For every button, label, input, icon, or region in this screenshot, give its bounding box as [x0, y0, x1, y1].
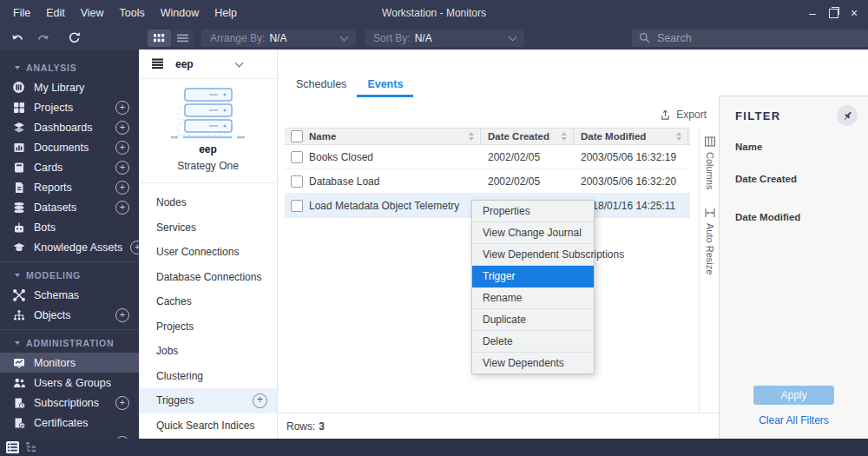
monitor-item-projects[interactable]: Projects: [139, 314, 277, 340]
sidebar-item-documents[interactable]: Documents +: [0, 137, 139, 157]
sidebar-item-reports[interactable]: Reports +: [0, 177, 139, 197]
monitor-item-user-connections[interactable]: User Connections: [139, 240, 277, 265]
list-view-button[interactable]: [171, 30, 194, 47]
sidebar-item-subscriptions[interactable]: Subscriptions +: [0, 393, 139, 413]
add-documents-button[interactable]: +: [115, 141, 129, 155]
monitor-item-database-connections[interactable]: Database Connections: [139, 265, 277, 290]
sidebar-item-knowledge-assets[interactable]: Knowledge Assets +: [0, 237, 139, 257]
sidebar-item-users-groups[interactable]: Users & Groups: [0, 373, 139, 393]
monitor-item-caches[interactable]: Caches: [139, 289, 277, 314]
add-projects-button[interactable]: +: [115, 101, 129, 115]
section-modeling[interactable]: MODELING: [0, 266, 139, 285]
table-row[interactable]: Books Closed 2002/02/05 2003/05/06 16:32…: [285, 145, 690, 169]
sidebar-item-certificates[interactable]: Certificates: [0, 413, 139, 433]
add-dashboards-button[interactable]: +: [115, 121, 129, 135]
monitor-item-services[interactable]: Services: [139, 215, 277, 241]
detail-list-view-icon[interactable]: [6, 441, 19, 453]
tab-events[interactable]: Events: [357, 74, 413, 97]
projects-icon: [11, 101, 26, 114]
restore-button[interactable]: [823, 0, 844, 26]
sort-by-dropdown[interactable]: Sort By: N/A: [365, 30, 524, 47]
context-menu-item-properties[interactable]: Properties: [472, 201, 594, 222]
column-header-date-created[interactable]: Date Created: [481, 129, 574, 144]
add-trigger-button[interactable]: +: [253, 393, 267, 408]
select-all-checkbox[interactable]: [291, 130, 303, 142]
sidebar-item-projects[interactable]: Projects +: [0, 97, 139, 117]
minimize-button[interactable]: –: [802, 0, 823, 26]
context-menu-item-view-dependent-subscriptions[interactable]: View Dependent Subscriptions: [472, 244, 594, 266]
tab-schedules[interactable]: Schedules: [286, 74, 357, 97]
clear-all-filters-link[interactable]: Clear All Filters: [720, 414, 868, 426]
auto-resize-control[interactable]: Auto Resize: [704, 207, 716, 274]
context-menu-item-trigger[interactable]: Trigger: [472, 266, 594, 287]
context-menu-item-view-dependents[interactable]: View Dependents: [472, 353, 594, 373]
monitor-item-nodes[interactable]: Nodes: [139, 190, 277, 215]
context-menu-item-view-change-journal[interactable]: View Change Journal: [472, 222, 594, 244]
sort-arrows-icon[interactable]: [562, 132, 567, 141]
context-menu-item-delete[interactable]: Delete: [472, 331, 594, 353]
environment-chevron-icon[interactable]: [235, 58, 244, 67]
sidebar-item-label: Cards: [34, 162, 108, 174]
column-header-date-modified[interactable]: Date Modified: [574, 129, 688, 144]
sort-arrows-icon[interactable]: [469, 132, 474, 141]
add-knowledge-assets-button[interactable]: +: [130, 241, 139, 254]
sidebar-item-objects[interactable]: Objects +: [0, 305, 139, 325]
add-datasets-button[interactable]: +: [115, 201, 129, 215]
grid-view-button[interactable]: [148, 30, 171, 47]
menu-help[interactable]: Help: [207, 0, 245, 26]
search-input[interactable]: [655, 31, 862, 45]
auto-resize-label: Auto Resize: [705, 223, 715, 274]
monitor-item-clustering[interactable]: Clustering: [139, 364, 277, 389]
sidebar-item-dashboards[interactable]: Dashboards +: [0, 117, 139, 137]
table-row[interactable]: Database Load 2002/02/05 2003/05/06 16:3…: [285, 169, 690, 194]
column-label: Date Created: [488, 131, 549, 142]
row-checkbox[interactable]: [291, 151, 303, 163]
apply-button[interactable]: Apply: [753, 386, 834, 405]
add-cards-button[interactable]: +: [115, 161, 129, 175]
columns-control[interactable]: Columns: [704, 135, 716, 189]
refresh-button[interactable]: [62, 26, 85, 50]
row-checkbox[interactable]: [291, 200, 303, 212]
environment-menu-icon[interactable]: [151, 58, 164, 69]
sidebar-item-bots[interactable]: Bots: [0, 217, 139, 237]
filter-field-date-modified[interactable]: Date Modified: [735, 212, 800, 222]
sidebar-item-schemas[interactable]: Schemas: [0, 285, 139, 305]
tree-view-icon[interactable]: [25, 442, 38, 453]
export-button[interactable]: Export: [660, 109, 707, 121]
sidebar-item-monitors[interactable]: Monitors: [0, 353, 139, 373]
monitor-item-label: User Connections: [156, 246, 239, 258]
section-analysis[interactable]: ANALYSIS: [0, 58, 139, 77]
menu-edit[interactable]: Edit: [38, 0, 73, 26]
filter-field-date-created[interactable]: Date Created: [735, 174, 797, 184]
add-objects-button[interactable]: +: [115, 308, 129, 322]
undo-button[interactable]: [7, 26, 30, 50]
menu-window[interactable]: Window: [153, 0, 207, 26]
sidebar-item-scripts[interactable]: Scripts +: [0, 433, 139, 439]
add-subscriptions-button[interactable]: +: [115, 396, 129, 410]
monitor-item-jobs[interactable]: Jobs: [139, 339, 277, 364]
sidebar-item-cards[interactable]: Cards +: [0, 157, 139, 177]
menu-view[interactable]: View: [73, 0, 112, 26]
context-menu-item-rename[interactable]: Rename: [472, 287, 594, 309]
column-header-name[interactable]: Name: [309, 129, 481, 144]
sidebar-item-my-library[interactable]: My Library: [0, 77, 139, 97]
filter-field-name[interactable]: Name: [735, 142, 762, 152]
row-checkbox[interactable]: [291, 175, 303, 188]
add-reports-button[interactable]: +: [115, 181, 129, 195]
menu-file[interactable]: File: [5, 0, 38, 26]
section-administration[interactable]: ADMINISTRATION: [0, 334, 139, 353]
close-button[interactable]: ×: [844, 0, 865, 26]
pin-button[interactable]: [837, 105, 858, 126]
redo-button[interactable]: [31, 26, 54, 50]
menu-tools[interactable]: Tools: [112, 0, 153, 26]
context-menu-item-duplicate[interactable]: Duplicate: [472, 309, 594, 331]
search-box[interactable]: [632, 30, 868, 47]
monitor-item-quick-search-indices[interactable]: Quick Search Indices: [139, 413, 277, 439]
sort-arrows-icon[interactable]: [676, 132, 681, 141]
sidebar-item-label: Knowledge Assets: [34, 241, 122, 254]
arrange-by-dropdown[interactable]: Arrange By: N/A: [201, 30, 356, 47]
monitor-item-triggers[interactable]: Triggers+: [139, 388, 277, 413]
sidebar-item-datasets[interactable]: Datasets +: [0, 197, 139, 217]
redo-icon: [36, 33, 49, 43]
sidebar-item-label: Objects: [34, 309, 108, 321]
